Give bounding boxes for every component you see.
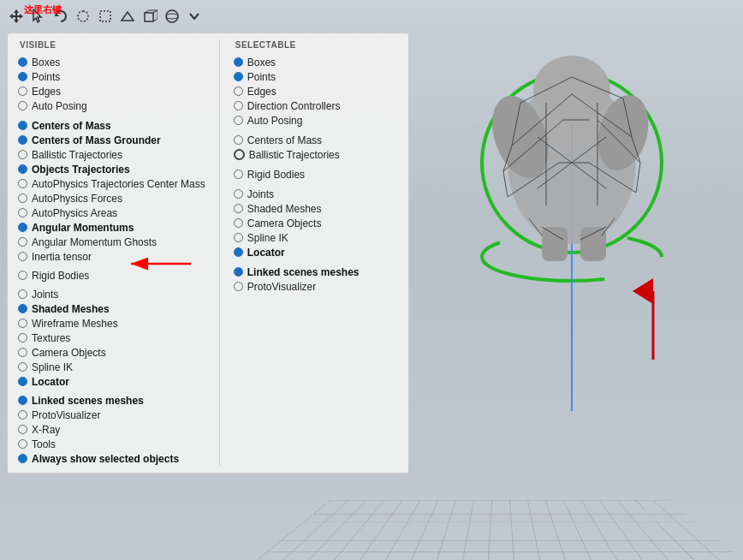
radio-empty-icon (234, 233, 243, 242)
radio-empty-icon (18, 252, 27, 261)
selectable-auto-posing[interactable]: Auto Posing (234, 113, 398, 128)
grid-floor (257, 500, 743, 560)
visible-spline-ik[interactable]: Spline IK (18, 360, 205, 374)
radio-empty-icon (18, 289, 27, 299)
visible-wireframe-meshes[interactable]: Wireframe Meshes (18, 316, 205, 331)
radio-empty-icon (18, 208, 27, 217)
radio-filled-icon (18, 57, 27, 67)
radio-empty-icon (234, 101, 243, 110)
visible-points[interactable]: Points (18, 69, 205, 84)
selectable-shaded-meshes[interactable]: Shaded Meshes (234, 201, 398, 216)
visible-objects-trajectories[interactable]: Objects Trajectories (18, 162, 205, 176)
radio-empty-icon (234, 170, 243, 179)
radio-filled-icon (18, 135, 27, 145)
radio-empty-icon (234, 116, 243, 125)
annotation-arrow-left (127, 256, 195, 274)
visible-column: VISIBLE Boxes Points Edges Auto Posing C… (8, 40, 216, 466)
visible-shaded-meshes[interactable]: Shaded Meshes (18, 301, 205, 316)
visible-angular-momentum-ghosts[interactable]: Angular Momentum Ghosts (18, 235, 205, 249)
radio-filled-icon (18, 377, 27, 386)
radio-empty-icon (18, 194, 27, 203)
svg-rect-4 (145, 13, 153, 21)
visible-ballistic-trajectories[interactable]: Ballistic Trajectories (18, 147, 205, 162)
visible-centers-of-mass[interactable]: Centers of Mass (18, 118, 205, 133)
visible-autophysics-areas[interactable]: AutoPhysics Areas (18, 206, 205, 220)
radio-filled-icon (18, 396, 27, 405)
selectable-ballistic-trajectories[interactable]: Ballistic Trajectories (234, 147, 398, 162)
visible-autophysics-forces[interactable]: AutoPhysics Forces (18, 191, 205, 206)
radio-empty-icon (18, 237, 27, 247)
visible-joints[interactable]: Joints (18, 287, 205, 301)
visible-locator[interactable]: Locator (18, 374, 205, 389)
visible-autophysics-trajectories[interactable]: AutoPhysics Trajectories Center Mass (18, 176, 205, 191)
selectable-protovisualizer[interactable]: ProtoVisualizer (234, 279, 398, 294)
visible-centers-of-mass-grounder[interactable]: Centers of Mass Grounder (18, 133, 205, 147)
radio-empty-icon (234, 135, 243, 145)
selectable-rigid-bodies[interactable]: Rigid Bodies (234, 167, 398, 182)
selectable-camera-objects[interactable]: Camera Objects (234, 216, 398, 230)
radio-empty-icon (18, 179, 27, 188)
selectable-column: SELECTABLE Boxes Points Edges Direction … (223, 40, 408, 466)
radio-empty-icon (18, 86, 27, 96)
radio-filled-icon (234, 247, 243, 257)
annotation-text: 这里右键 (24, 3, 62, 16)
selectable-linked-scenes-meshes[interactable]: Linked scenes meshes (234, 265, 398, 279)
radio-filled-icon (18, 454, 27, 463)
radio-empty-icon (18, 150, 27, 159)
radio-empty-icon (18, 439, 27, 449)
move-icon[interactable] (7, 7, 26, 26)
radio-empty-icon (18, 348, 27, 357)
sphere-icon[interactable] (163, 7, 181, 26)
radio-empty-icon (234, 204, 243, 213)
selectable-points[interactable]: Points (234, 69, 398, 84)
radio-empty-icon (18, 362, 27, 372)
box-select-icon[interactable] (96, 7, 115, 26)
visible-camera-objects[interactable]: Camera Objects (18, 345, 205, 360)
selectable-direction-controllers[interactable]: Direction Controllers (234, 98, 398, 113)
svg-line-31 (636, 163, 640, 193)
radio-empty-icon (18, 271, 27, 280)
visible-angular-momentums[interactable]: Angular Momentums (18, 220, 205, 235)
visible-edges[interactable]: Edges (18, 84, 205, 98)
radio-empty-icon (18, 319, 27, 328)
mesh-icon[interactable] (118, 7, 137, 26)
radio-large-empty-icon (234, 149, 245, 160)
radio-filled-icon (234, 72, 243, 81)
lasso-icon[interactable] (74, 7, 92, 26)
radio-empty-icon (234, 218, 243, 228)
svg-marker-0 (9, 9, 23, 23)
visible-textures[interactable]: Textures (18, 331, 205, 345)
visible-tools[interactable]: Tools (18, 437, 205, 451)
model-area (452, 51, 692, 351)
visible-auto-posing[interactable]: Auto Posing (18, 98, 205, 113)
radio-empty-icon (234, 86, 243, 96)
visible-boxes[interactable]: Boxes (18, 55, 205, 69)
radio-filled-icon (234, 267, 243, 277)
visible-linked-scenes-meshes[interactable]: Linked scenes meshes (18, 393, 205, 408)
svg-point-6 (166, 14, 178, 19)
radio-filled-icon (18, 223, 27, 232)
visible-x-ray[interactable]: X-Ray (18, 422, 205, 437)
svg-rect-17 (580, 227, 606, 261)
column-divider (219, 40, 220, 466)
visible-always-show-selected[interactable]: Always show selected objects (18, 451, 205, 466)
visible-header: VISIBLE (18, 40, 205, 50)
radio-empty-icon (234, 282, 243, 291)
visible-protovisualizer[interactable]: ProtoVisualizer (18, 408, 205, 422)
selectable-locator[interactable]: Locator (234, 245, 398, 259)
radio-filled-icon (18, 72, 27, 81)
radio-filled-icon (234, 57, 243, 67)
radio-empty-icon (18, 410, 27, 420)
selectable-joints[interactable]: Joints (234, 187, 398, 201)
radio-empty-icon (18, 425, 27, 434)
chevron-down-icon[interactable] (185, 7, 204, 26)
radio-empty-icon (18, 101, 27, 110)
svg-point-5 (166, 10, 178, 22)
selectable-edges[interactable]: Edges (234, 84, 398, 98)
svg-line-28 (503, 171, 508, 197)
selectable-centers-of-mass[interactable]: Centers of Mass (234, 133, 398, 147)
cube-icon[interactable] (140, 7, 159, 26)
selectable-spline-ik[interactable]: Spline IK (234, 230, 398, 245)
selectable-boxes[interactable]: Boxes (234, 55, 398, 69)
radio-filled-icon (18, 121, 27, 130)
